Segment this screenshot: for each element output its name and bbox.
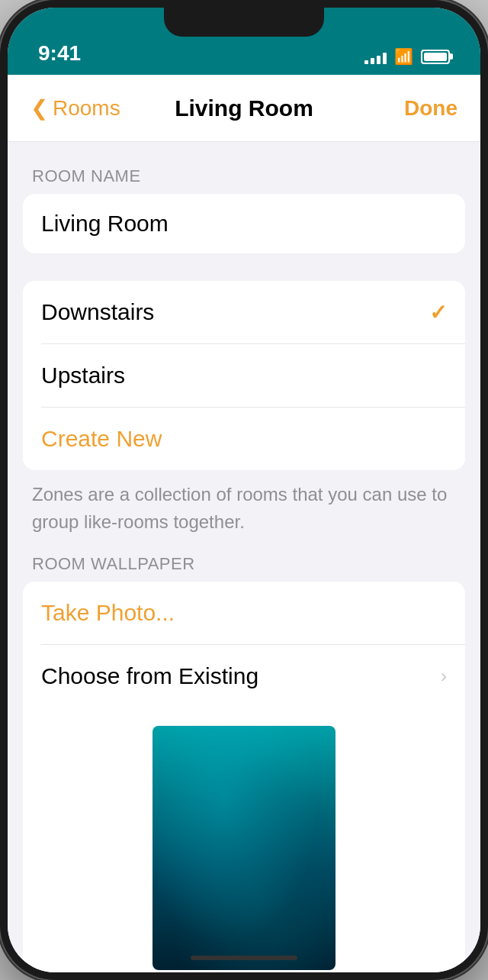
signal-bars-icon [364, 49, 387, 64]
status-bar: 9:41 📶 [8, 8, 480, 75]
zone-downstairs-item[interactable]: Downstairs ✓ [23, 281, 465, 343]
battery-icon [421, 50, 450, 64]
wallpaper-label: ROOM WALLPAPER [8, 554, 480, 574]
chevron-right-icon: › [441, 666, 447, 687]
zones-card: Downstairs ✓ Upstairs Create New [23, 281, 465, 470]
room-name-input[interactable] [23, 194, 465, 253]
create-new-item[interactable]: Create New [23, 408, 465, 470]
home-indicator[interactable] [191, 956, 297, 960]
phone-shell: 9:41 📶 ❮ Rooms Living Room D [0, 0, 488, 980]
room-name-card [23, 194, 465, 253]
wifi-icon: 📶 [394, 47, 413, 66]
zone-upstairs-label: Upstairs [41, 363, 447, 388]
wallpaper-card: Take Photo... Choose from Existing › [23, 582, 465, 972]
back-button[interactable]: ❮ Rooms [30, 95, 137, 121]
take-photo-item[interactable]: Take Photo... [23, 582, 465, 644]
zone-downstairs-label: Downstairs [41, 299, 429, 325]
room-name-label: ROOM NAME [8, 166, 480, 186]
take-photo-label: Take Photo... [41, 600, 447, 626]
zones-description: Zones are a collection of rooms that you… [8, 470, 480, 554]
create-new-label: Create New [41, 426, 447, 452]
screen: 9:41 📶 ❮ Rooms Living Room D [8, 8, 480, 972]
done-button[interactable]: Done [351, 96, 458, 121]
back-label: Rooms [53, 96, 120, 121]
wallpaper-preview-row [23, 708, 465, 972]
choose-existing-item[interactable]: Choose from Existing › [23, 645, 465, 708]
page-title: Living Room [137, 95, 351, 121]
checkmark-icon: ✓ [429, 300, 447, 325]
chevron-left-icon: ❮ [30, 95, 48, 121]
zone-upstairs-item[interactable]: Upstairs [23, 344, 465, 407]
scroll-content: ROOM NAME Downstairs ✓ Upstairs [8, 142, 480, 972]
status-icons: 📶 [364, 47, 450, 66]
navigation-bar: ❮ Rooms Living Room Done [8, 75, 480, 142]
battery-fill [424, 53, 447, 61]
content-area: ROOM NAME Downstairs ✓ Upstairs [8, 142, 480, 972]
status-time: 9:41 [38, 41, 364, 66]
notch [164, 8, 324, 37]
choose-existing-label: Choose from Existing [41, 663, 441, 689]
wallpaper-preview [152, 726, 336, 970]
wallpaper-image [152, 726, 336, 970]
